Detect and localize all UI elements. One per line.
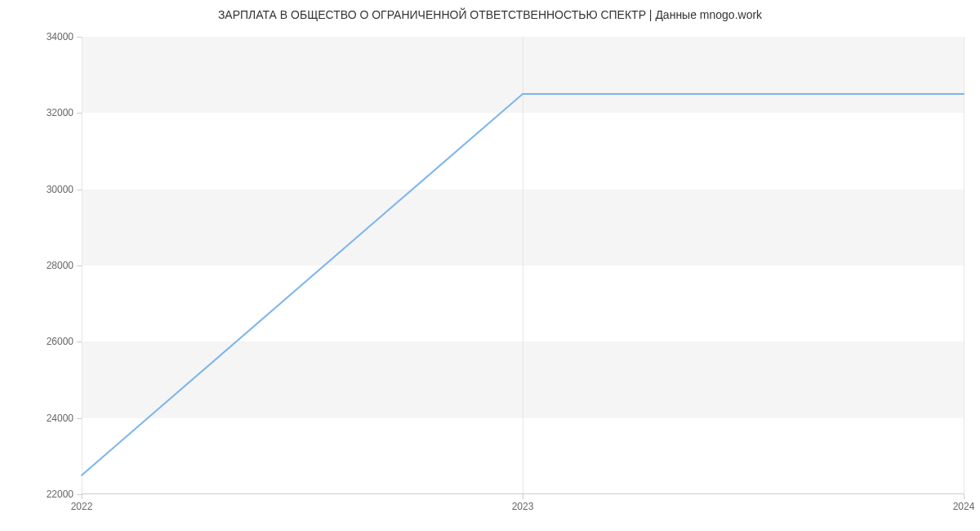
x-tick: [964, 494, 964, 499]
x-tick-label: 2023: [512, 501, 534, 512]
y-tick-label: 32000: [0, 107, 74, 118]
x-tick-label: 2022: [71, 501, 93, 512]
chart-container: ЗАРПЛАТА В ОБЩЕСТВО О ОГРАНИЧЕННОЙ ОТВЕТ…: [0, 0, 980, 531]
y-tick-label: 28000: [0, 260, 74, 271]
x-tick-label: 2024: [953, 501, 975, 512]
y-axis-labels: 22000240002600028000300003200034000: [0, 37, 74, 494]
grid-line-vertical: [964, 37, 964, 494]
y-tick-label: 30000: [0, 184, 74, 195]
y-tick-label: 26000: [0, 336, 74, 347]
chart-title: ЗАРПЛАТА В ОБЩЕСТВО О ОГРАНИЧЕННОЙ ОТВЕТ…: [0, 8, 980, 21]
plot-area: [82, 37, 964, 494]
y-tick-label: 24000: [0, 413, 74, 424]
y-tick-label: 22000: [0, 489, 74, 500]
line-series-svg: [82, 37, 964, 494]
x-axis-labels: 202220232024: [82, 494, 964, 519]
line-series: [82, 94, 964, 475]
y-tick-label: 34000: [0, 31, 74, 42]
